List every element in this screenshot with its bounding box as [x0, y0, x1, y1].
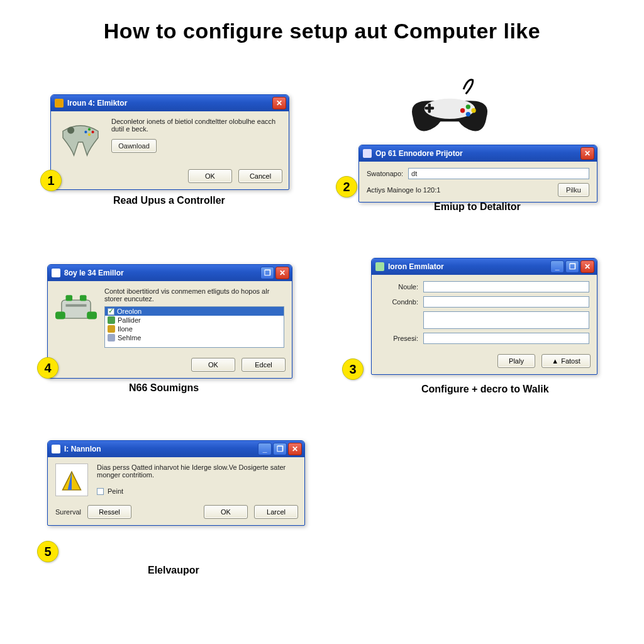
battery-icon	[55, 287, 97, 348]
step1-description: Deconletor ionets of bietiol condteltter…	[111, 118, 281, 133]
step5-left-label: Surerval	[55, 508, 81, 516]
svg-rect-14	[80, 295, 87, 301]
step3-input-presesi[interactable]	[423, 333, 589, 344]
step4-titlebar[interactable]: 8oy le 34 Emillor ❐ ✕	[48, 265, 292, 281]
minimize-icon[interactable]: _	[258, 443, 272, 455]
svg-rect-13	[66, 295, 73, 301]
reset-button[interactable]: Ressel	[87, 505, 131, 519]
close-icon[interactable]: ✕	[275, 267, 289, 279]
step3-window: Ioron Emmlator _ ❐ ✕ Noule: Condnb: Pres…	[371, 258, 597, 375]
edit-button[interactable]: Edcel	[242, 358, 286, 372]
step2-caption: Emiup to Detalitor	[434, 201, 521, 213]
triangle-icon	[55, 464, 88, 496]
svg-point-0	[67, 127, 74, 134]
step5-caption: Elelvaupor	[148, 565, 199, 576]
svg-point-11	[466, 112, 470, 116]
svg-rect-15	[55, 312, 65, 319]
gamepad-icon	[402, 75, 497, 147]
list-item[interactable]: Sehlme	[105, 333, 284, 342]
step5-window: I: Nannlon _ ❐ ✕ Dias perss Qatted inhar…	[47, 440, 305, 526]
checkbox-icon	[97, 488, 104, 495]
list-item[interactable]: Ilone	[105, 325, 284, 333]
step5-title-text: I: Nannlon	[64, 445, 254, 453]
step1-title-text: Iroun 4: Elmiktor	[67, 99, 269, 108]
svg-rect-12	[62, 300, 91, 318]
step-number-4: 4	[37, 357, 58, 379]
step3-label-presesi: Presesi:	[379, 335, 418, 342]
checkbox-icon	[108, 308, 114, 315]
list-item[interactable]: Pallider	[105, 316, 284, 325]
step2-window: Op 61 Ennodore Prijotor ✕ Swatonapo: dt …	[358, 145, 597, 203]
svg-rect-17	[66, 304, 87, 307]
app-icon	[375, 262, 384, 271]
play-button[interactable]: Plaly	[497, 354, 535, 368]
list-item-label: Pallider	[118, 316, 141, 324]
n64-controller-icon	[58, 118, 103, 159]
step3-titlebar[interactable]: Ioron Emmlator _ ❐ ✕	[372, 258, 597, 275]
list-item-label: Ilone	[118, 325, 133, 333]
svg-point-10	[471, 108, 475, 113]
step5-checkbox-label: Peint	[108, 487, 123, 495]
item-icon	[108, 316, 115, 324]
list-item-label: Sehlme	[118, 334, 141, 341]
item-icon	[108, 334, 115, 341]
ok-button[interactable]: OK	[188, 169, 232, 183]
step3-title-text: Ioron Emmlator	[388, 262, 547, 271]
step3-label-noule: Noule:	[379, 283, 418, 291]
step1-window: Iroun 4: Elmiktor ✕ Deconletor ionets of…	[50, 94, 289, 190]
close-icon[interactable]: ✕	[272, 97, 286, 109]
fatost-button[interactable]: ▲ Fatost	[541, 354, 591, 368]
ok-button[interactable]: OK	[191, 358, 235, 372]
step3-textarea[interactable]	[423, 311, 589, 329]
svg-point-3	[84, 131, 87, 133]
page-title: How to configure setup aut Computer like	[0, 19, 644, 43]
maximize-icon[interactable]: ❐	[565, 260, 579, 273]
minimize-icon[interactable]: _	[550, 260, 564, 273]
step4-caption: N66 Soumigns	[129, 382, 199, 394]
step3-input-noule[interactable]	[423, 281, 589, 292]
step2-status-text: Actiys Mainoge Io 120:1	[367, 186, 553, 194]
chevron-up-icon: ▲	[552, 357, 558, 365]
maximize-icon[interactable]: ❐	[260, 267, 274, 279]
list-item-label: Oreolon	[117, 308, 142, 315]
step-number-2: 2	[336, 176, 357, 197]
step2-pilku-button[interactable]: Pilku	[558, 183, 589, 197]
step3-input-condnb[interactable]	[423, 296, 589, 308]
step5-description: Dias perss Qatted inharvot hie Iderge sl…	[97, 464, 297, 479]
svg-point-1	[88, 128, 91, 131]
step2-title-text: Op 61 Ennodore Prijotor	[375, 149, 577, 158]
svg-rect-7	[428, 104, 431, 113]
app-icon	[52, 445, 60, 453]
download-button[interactable]: Oawnload	[111, 139, 157, 153]
step-number-5: 5	[37, 541, 58, 562]
step4-listbox[interactable]: Oreolon Pallider Ilone Sehlme	[104, 306, 284, 348]
step3-caption: Configure + decro to Walik	[421, 384, 549, 395]
step2-input1[interactable]: dt	[408, 168, 589, 179]
svg-point-8	[460, 108, 465, 113]
cancel-button[interactable]: Larcel	[254, 505, 298, 519]
close-icon[interactable]: ✕	[580, 260, 594, 273]
close-icon[interactable]: ✕	[288, 443, 302, 455]
step1-caption: Read Upus a Controller	[113, 195, 225, 206]
step2-titlebar[interactable]: Op 61 Ennodore Prijotor ✕	[359, 145, 597, 162]
cancel-button[interactable]: Cancel	[238, 169, 282, 183]
maximize-icon[interactable]: ❐	[273, 443, 287, 455]
svg-point-2	[92, 131, 94, 133]
close-icon[interactable]: ✕	[580, 147, 594, 160]
step5-checkbox[interactable]: Peint	[97, 487, 297, 495]
step4-title-text: 8oy le 34 Emillor	[64, 269, 257, 277]
ok-button[interactable]: OK	[204, 505, 248, 519]
step3-label-condnb: Condnb:	[379, 298, 418, 306]
app-icon	[363, 149, 372, 158]
list-item[interactable]: Oreolon	[105, 307, 284, 316]
fatost-button-label: Fatost	[561, 357, 580, 365]
step-number-3: 3	[342, 358, 364, 380]
step4-window: 8oy le 34 Emillor ❐ ✕ Contot iboertitior…	[47, 264, 292, 379]
svg-rect-16	[87, 312, 97, 319]
step1-titlebar[interactable]: Iroun 4: Elmiktor ✕	[51, 95, 289, 111]
step-number-1: 1	[40, 170, 62, 191]
app-icon	[55, 99, 64, 108]
step5-titlebar[interactable]: I: Nannlon _ ❐ ✕	[48, 441, 304, 457]
step4-description: Contot iboertitiord vis conmemen etligut…	[104, 287, 284, 303]
item-icon	[108, 325, 115, 333]
